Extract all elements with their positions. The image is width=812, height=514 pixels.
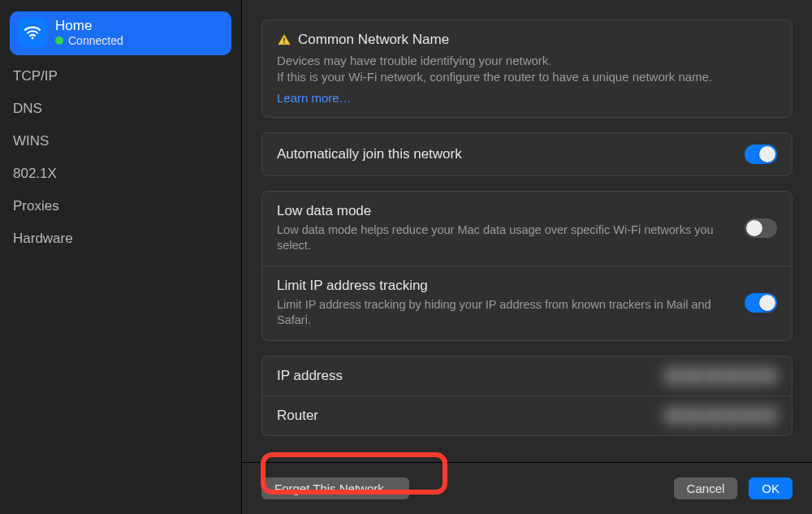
router-label: Router — [277, 408, 647, 424]
network-info-panel: IP address Router — [261, 356, 793, 436]
sidebar-item-proxies[interactable]: Proxies — [10, 190, 231, 222]
sidebar-item-8021x[interactable]: 802.1X — [10, 158, 231, 190]
learn-more-link[interactable]: Learn more… — [277, 91, 352, 105]
svg-rect-1 — [283, 37, 285, 41]
warning-line-2: If this is your Wi-Fi network, configure… — [277, 69, 777, 85]
status-dot-icon — [55, 37, 63, 45]
limit-ip-label: Limit IP address tracking — [277, 278, 728, 294]
cancel-button[interactable]: Cancel — [674, 477, 738, 499]
sidebar-item-tcpip[interactable]: TCP/IP — [10, 60, 231, 93]
limit-ip-desc: Limit IP address tracking by hiding your… — [277, 297, 728, 329]
mode-panel: Low data mode Low data mode helps reduce… — [261, 191, 793, 341]
auto-join-label: Automatically join this network — [277, 146, 728, 162]
sidebar-item-hardware[interactable]: Hardware — [10, 222, 231, 255]
auto-join-toggle[interactable] — [745, 145, 777, 164]
low-data-label: Low data mode — [277, 203, 728, 219]
content-scroll[interactable]: Common Network Name Devices may have tro… — [242, 0, 812, 462]
forget-network-button[interactable]: Forget This Network… — [261, 477, 409, 499]
warning-line-1: Devices may have trouble identifying you… — [277, 53, 777, 69]
sidebar-item-dns[interactable]: DNS — [10, 93, 231, 125]
wifi-icon — [18, 18, 47, 47]
footer-bar: Forget This Network… Cancel OK — [242, 462, 812, 514]
low-data-toggle[interactable] — [745, 218, 777, 238]
svg-point-0 — [32, 37, 34, 40]
sidebar: Home Connected TCP/IP DNS WINS 802.1X Pr… — [0, 0, 242, 514]
sidebar-item-wins[interactable]: WINS — [10, 125, 231, 158]
warning-title: Common Network Name — [298, 32, 449, 48]
ok-button[interactable]: OK — [749, 477, 793, 499]
sidebar-network-item[interactable]: Home Connected — [10, 11, 231, 55]
svg-point-2 — [283, 42, 285, 44]
ip-address-value — [663, 368, 777, 384]
auto-join-panel: Automatically join this network — [261, 132, 793, 176]
warning-triangle-icon — [277, 32, 292, 47]
main-area: Common Network Name Devices may have tro… — [242, 0, 812, 514]
network-status: Connected — [68, 34, 123, 47]
warning-panel: Common Network Name Devices may have tro… — [261, 19, 793, 118]
network-name: Home — [55, 18, 123, 34]
router-value — [663, 408, 777, 424]
low-data-desc: Low data mode helps reduce your Mac data… — [277, 222, 728, 254]
limit-ip-toggle[interactable] — [745, 293, 777, 313]
ip-address-label: IP address — [277, 368, 647, 384]
